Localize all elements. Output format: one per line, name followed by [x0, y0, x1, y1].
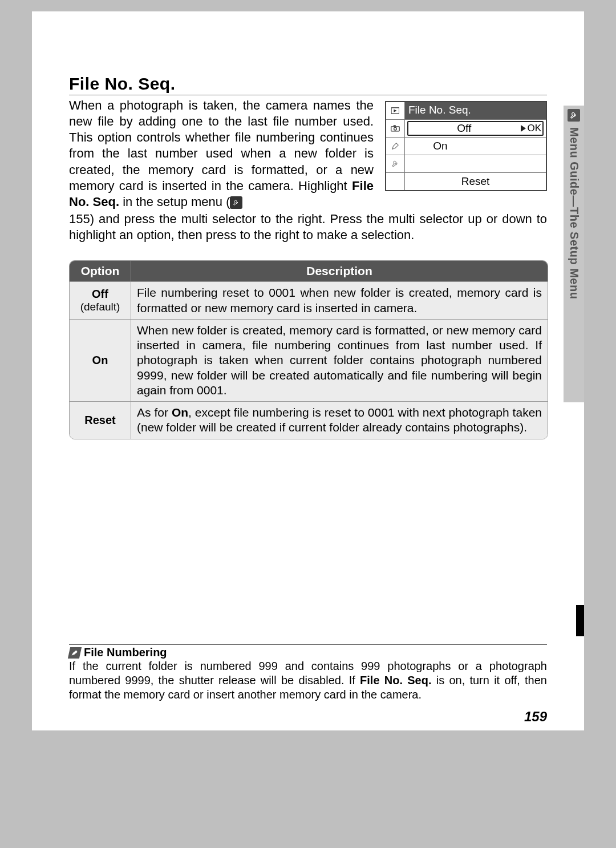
header-description: Description: [131, 261, 548, 281]
option-sub: (default): [80, 301, 120, 313]
lcd-screenshot: File No. Seq. Off OK On: [385, 101, 547, 191]
note-body: If the current folder is numbered 999 an…: [69, 659, 547, 702]
intro-text-c: in the setup menu (: [119, 195, 230, 209]
camera-icon: [386, 120, 405, 137]
intro-text-a: When a photograph is taken, the camera n…: [69, 98, 374, 193]
playback-icon: [386, 102, 405, 119]
intro-paragraph: When a photograph is taken, the camera n…: [69, 98, 374, 210]
thumb-index-marker: [576, 605, 584, 636]
header-option: Option: [70, 261, 131, 281]
wrench-icon: [568, 109, 580, 122]
lcd-option-reset: Reset: [407, 175, 544, 188]
lcd-option-on: On: [423, 140, 457, 152]
page-number: 159: [524, 709, 547, 725]
svg-point-4: [394, 127, 397, 130]
triangle-right-icon: [521, 125, 526, 132]
table-row: Reset As for On, except file numbering i…: [70, 401, 548, 439]
svg-marker-1: [394, 109, 396, 112]
note-section: File Numbering If the current folder is …: [69, 644, 547, 702]
pencil-icon: [68, 647, 82, 659]
lcd-ok-text: OK: [527, 123, 541, 134]
options-table: Option Description Off (default) File nu…: [69, 260, 548, 439]
option-desc: When new folder is created, memory card …: [131, 320, 548, 401]
option-name: On: [92, 354, 108, 367]
svg-rect-3: [394, 125, 396, 126]
side-tab-label: Menu Guide—The Setup Menu: [568, 127, 581, 299]
option-desc: As for On, except file numbering is rese…: [131, 402, 548, 439]
pencil-icon: [386, 138, 405, 155]
lcd-title: File No. Seq.: [405, 102, 546, 119]
table-header: Option Description: [70, 261, 548, 281]
table-row: On When new folder is created, memory ca…: [70, 319, 548, 401]
section-title: File No. Seq.: [69, 74, 547, 95]
table-row: Off (default) File numbering reset to 00…: [70, 281, 548, 319]
manual-page: Menu Guide—The Setup Menu File No. Seq. …: [32, 11, 584, 730]
wrench-icon: [386, 155, 405, 172]
option-desc: File numbering reset to 0001 when new fo…: [131, 282, 548, 319]
lcd-ok-indicator: OK: [521, 123, 541, 134]
option-name: Off: [92, 288, 108, 301]
option-name: Reset: [84, 414, 115, 427]
wrench-icon: [230, 196, 242, 209]
side-tab: Menu Guide—The Setup Menu: [564, 106, 584, 402]
lcd-option-off: Off: [410, 122, 518, 135]
note-title: File Numbering: [69, 644, 547, 659]
note-title-text: File Numbering: [84, 646, 167, 659]
intro-followup: 155) and press the multi selector to the…: [69, 211, 547, 243]
